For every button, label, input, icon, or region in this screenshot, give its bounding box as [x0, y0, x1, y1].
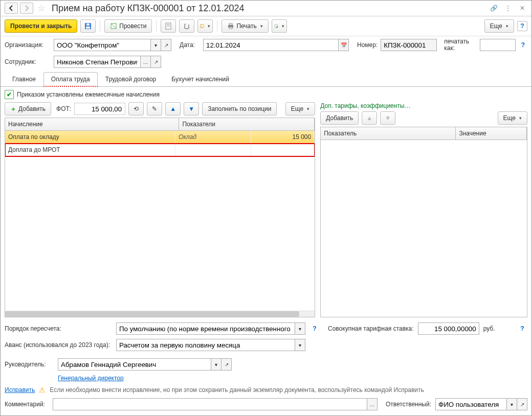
number-label: Номер:: [357, 41, 378, 49]
recalc-label: Порядок пересчета:: [5, 325, 112, 332]
date-input[interactable]: [203, 39, 339, 51]
rate-input[interactable]: [418, 322, 479, 335]
more-button[interactable]: Еще: [484, 19, 514, 33]
refresh-button[interactable]: ⟲: [128, 102, 144, 115]
favorite-star-icon[interactable]: ☆: [37, 3, 46, 14]
monthly-accruals-checkbox[interactable]: ✔: [5, 90, 14, 99]
attach-button[interactable]: [179, 19, 194, 33]
org-label: Организация:: [5, 41, 51, 49]
number-input[interactable]: [381, 39, 437, 51]
responsible-input[interactable]: [435, 398, 507, 410]
rate-help-icon[interactable]: ?: [517, 323, 527, 334]
print-extra-button[interactable]: [272, 19, 287, 33]
plus-icon: ＋: [10, 105, 16, 113]
manager-input[interactable]: [58, 358, 211, 371]
manager-open-button[interactable]: ↗: [221, 358, 232, 371]
save-button[interactable]: [80, 19, 96, 33]
fix-link[interactable]: Исправить: [5, 386, 35, 394]
create-based-on-button[interactable]: [197, 19, 213, 33]
employee-open-button[interactable]: ↗: [151, 56, 161, 68]
indicators-grid: Показатель Значение: [320, 127, 527, 317]
window-title: Прием на работу КПЗК-000001 от 12.01.202…: [50, 3, 486, 14]
accrual-row[interactable]: Доплата до МРОТ: [5, 144, 315, 156]
recalc-help-icon[interactable]: ?: [309, 323, 320, 334]
responsible-open-button[interactable]: ↗: [517, 398, 527, 410]
comment-expand-button[interactable]: …: [367, 398, 378, 410]
svg-rect-2: [86, 24, 90, 26]
comment-input[interactable]: [53, 398, 367, 410]
fix-note: Если необходимо внести исправление, но п…: [50, 386, 424, 394]
col-accrual[interactable]: Начисление: [5, 118, 179, 130]
date-label: Дата:: [180, 41, 200, 49]
kebab-menu-icon[interactable]: ⋮: [503, 3, 513, 13]
accrual-add-button[interactable]: ＋Добавить: [5, 102, 51, 115]
close-icon[interactable]: ✕: [517, 3, 527, 13]
advance-label: Аванс (использовался до 2023 года):: [5, 341, 112, 349]
indicator-add-button[interactable]: Добавить: [320, 111, 359, 125]
rate-unit: руб.: [483, 325, 495, 332]
fot-label: ФОТ:: [56, 105, 71, 112]
print-as-label: печатать как:: [444, 38, 476, 52]
nav-forward-button[interactable]: [20, 3, 33, 14]
employee-label: Сотрудник:: [5, 58, 51, 65]
col-indicator[interactable]: Показатель: [321, 127, 456, 140]
rate-label: Совокупная тарифная ставка:: [328, 325, 414, 332]
responsible-dropdown-button[interactable]: ▾: [507, 398, 517, 410]
accruals-grid: Начисление Показатели Оплата по окладу О…: [5, 118, 315, 317]
org-dropdown-button[interactable]: ▾: [151, 39, 161, 51]
org-input[interactable]: [54, 39, 151, 51]
svg-rect-11: [229, 27, 232, 29]
tab-accounting[interactable]: Бухучет начислений: [164, 72, 237, 86]
submit-button[interactable]: Провести: [104, 19, 152, 33]
print-as-input[interactable]: [480, 39, 516, 51]
comment-label: Комментарий:: [5, 401, 49, 408]
nav-back-button[interactable]: [5, 3, 18, 14]
employee-select-button[interactable]: …: [141, 56, 151, 68]
submit-icon: [110, 22, 117, 30]
date-picker-button[interactable]: 📅: [339, 39, 349, 51]
fill-by-position-button[interactable]: Заполнить по позиции: [202, 102, 277, 115]
horizontal-scrollbar[interactable]: [5, 311, 315, 317]
svg-rect-8: [202, 25, 204, 28]
monthly-accruals-label: Приказом установлены ежемесячные начисле…: [17, 91, 160, 98]
print-button[interactable]: Печать: [221, 19, 268, 33]
submit-and-close-button[interactable]: Провести и закрыть: [5, 19, 77, 33]
advance-input[interactable]: [116, 339, 295, 351]
printer-icon: [227, 22, 234, 30]
tariffs-link[interactable]: Доп. тарифы, коэффициенты…: [320, 102, 410, 109]
link-icon[interactable]: 🔗: [489, 3, 499, 13]
advance-dropdown-button[interactable]: ▾: [295, 339, 305, 351]
help-button[interactable]: ?: [517, 21, 527, 31]
move-up-button[interactable]: ▲: [165, 102, 181, 115]
report-button[interactable]: [161, 19, 176, 33]
accruals-more-button[interactable]: Еще: [285, 102, 315, 115]
col-value[interactable]: Значение: [456, 127, 527, 140]
recalc-dropdown-button[interactable]: ▾: [295, 322, 305, 335]
manager-dropdown-button[interactable]: ▾: [211, 358, 221, 371]
indicators-more-button[interactable]: Еще: [498, 111, 527, 125]
fot-input[interactable]: [74, 103, 125, 115]
accrual-row[interactable]: Оплата по окладу Оклад 15 000: [5, 131, 315, 144]
svg-rect-10: [229, 24, 232, 25]
tab-payment[interactable]: Оплата труда: [43, 72, 98, 87]
col-indicators[interactable]: Показатели: [179, 118, 315, 130]
indicator-down-button[interactable]: ▼: [380, 111, 395, 125]
org-open-button[interactable]: ↗: [161, 39, 171, 51]
responsible-label: Ответственный:: [386, 401, 431, 408]
employee-input[interactable]: [54, 56, 141, 68]
move-down-button[interactable]: ▼: [184, 102, 199, 115]
manager-label: Руководитель:: [5, 361, 54, 368]
tab-main[interactable]: Главное: [5, 72, 43, 86]
manager-position-link[interactable]: Генеральный директор: [58, 375, 124, 382]
tab-contract[interactable]: Трудовой договор: [98, 72, 164, 86]
svg-point-13: [276, 26, 278, 28]
edit-button[interactable]: ✎: [147, 102, 162, 115]
indicator-up-button[interactable]: ▲: [362, 111, 377, 125]
recalc-input[interactable]: [116, 322, 295, 335]
warning-icon: ⚠: [39, 386, 46, 394]
svg-rect-1: [86, 27, 90, 29]
print-as-help-icon[interactable]: ?: [519, 40, 527, 50]
